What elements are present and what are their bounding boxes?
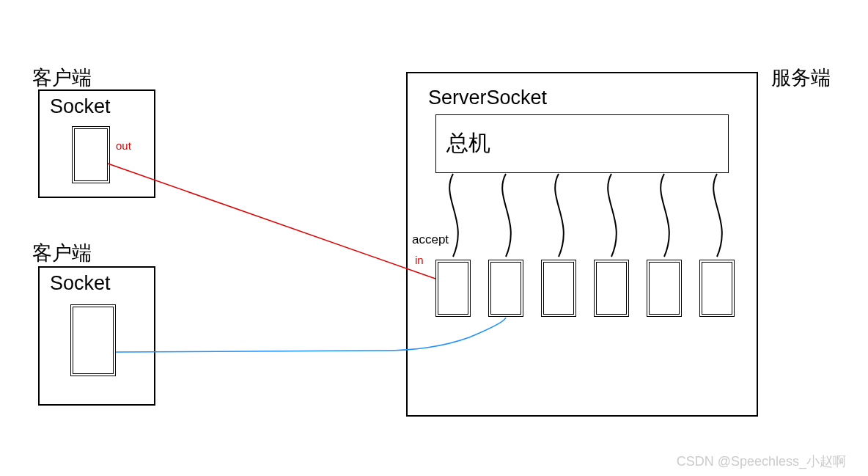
server-socket-5: [647, 260, 682, 317]
client2-socket-icon: [70, 304, 116, 376]
client1-socket-icon: [72, 126, 110, 183]
client1-socket-label: Socket: [50, 95, 111, 118]
watermark: CSDN @Speechless_小赵啊: [677, 453, 846, 470]
server-socket-1: [435, 260, 471, 317]
client2-socket-box: Socket: [38, 266, 155, 406]
client2-title: 客户端: [32, 240, 92, 266]
switchboard-box: 总机: [435, 114, 729, 173]
svg-line-0: [108, 164, 435, 279]
accept-label: accept: [412, 232, 449, 247]
out-label: out: [116, 139, 131, 152]
client1-title: 客户端: [32, 65, 92, 91]
server-socket-4: [594, 260, 629, 317]
server-socket-2: [488, 260, 523, 317]
server-title: 服务端: [771, 65, 831, 91]
client1-socket-box: Socket: [38, 89, 155, 198]
switchboard-label: 总机: [446, 128, 490, 158]
client2-socket-label: Socket: [50, 272, 111, 295]
serversocket-label: ServerSocket: [428, 87, 547, 109]
server-socket-6: [699, 260, 735, 317]
in-label: in: [415, 254, 424, 266]
server-socket-3: [541, 260, 576, 317]
